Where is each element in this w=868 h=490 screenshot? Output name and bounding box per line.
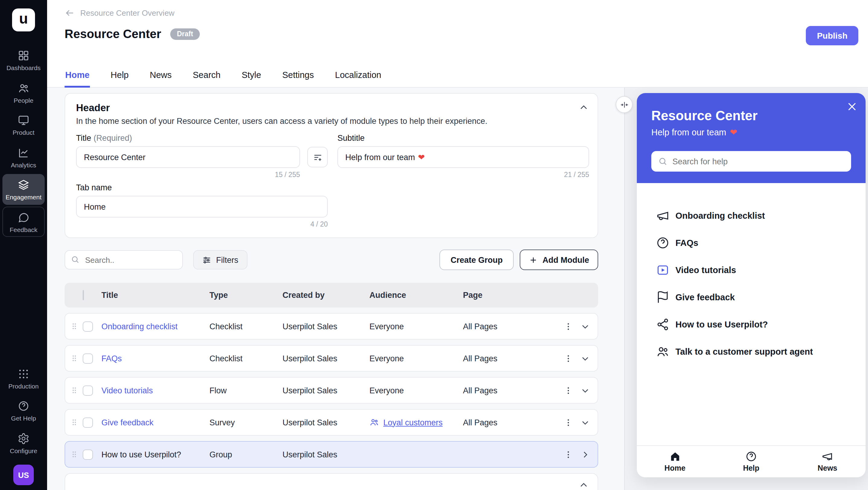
module-page: All Pages [463, 418, 561, 427]
chevron-up-icon[interactable] [579, 480, 589, 490]
drag-handle-icon[interactable] [70, 418, 79, 427]
title-input[interactable] [76, 146, 300, 168]
subtitle-value: Help from our team [345, 152, 415, 162]
chevron-right-icon[interactable] [581, 450, 590, 459]
sidebar-item-production[interactable]: Production [2, 363, 45, 393]
back-arrow-icon[interactable] [65, 8, 75, 18]
breadcrumb[interactable]: Resource Center Overview [65, 8, 175, 18]
sidebar-item-analytics[interactable]: Analytics [2, 142, 45, 172]
modules-search-input[interactable] [65, 250, 183, 269]
user-avatar[interactable]: US [13, 465, 34, 485]
tab-style[interactable]: Style [241, 70, 262, 88]
preview-search [651, 151, 851, 172]
chevron-down-icon[interactable] [581, 418, 590, 427]
row-menu-icon[interactable] [564, 418, 573, 427]
sidebar-item-label: Engagement [5, 194, 41, 200]
module-title-link[interactable]: Onboarding checklist [101, 322, 178, 331]
drag-handle-icon[interactable] [70, 386, 79, 395]
sidebar-item-people[interactable]: People [2, 77, 45, 108]
sidebar-item-label: Production [8, 383, 39, 389]
sidebar-item-label: Analytics [11, 162, 36, 168]
preview-item-video-tutorials[interactable]: Video tutorials [637, 256, 866, 283]
chevron-down-icon[interactable] [581, 386, 590, 395]
subtitle-input[interactable]: Help from our team ❤ [337, 146, 589, 168]
row-menu-icon[interactable] [564, 354, 573, 363]
sidebar-item-label: Dashboards [6, 65, 40, 71]
sidebar-item-feedback[interactable]: Feedback [2, 206, 45, 237]
configure-icon [18, 432, 30, 444]
preview-nav-news[interactable]: News [789, 446, 866, 477]
row-checkbox[interactable] [83, 385, 93, 396]
tab-search[interactable]: Search [192, 70, 221, 88]
preview-item-give-feedback[interactable]: Give feedback [637, 283, 866, 311]
row-menu-icon[interactable] [564, 386, 573, 395]
module-title-link[interactable]: FAQs [101, 354, 122, 363]
row-menu-icon[interactable] [564, 322, 573, 331]
userpilot-logo[interactable]: u [12, 8, 35, 31]
sidebar-item-configure[interactable]: Configure [2, 428, 45, 458]
table-row[interactable]: Onboarding checklist Checklist Userpilot… [65, 313, 598, 340]
publish-button[interactable]: Publish [806, 26, 858, 45]
drag-handle-icon[interactable] [70, 450, 79, 459]
modules-toolbar: Filters Create Group Add Module [65, 250, 598, 270]
tab-settings[interactable]: Settings [282, 70, 314, 88]
preview-nav-home[interactable]: Home [637, 446, 713, 477]
module-page: All Pages [463, 322, 561, 331]
preview-item-how-to-use-userpilot[interactable]: How to use Userpilot? [637, 311, 866, 338]
preview-search-input[interactable] [651, 151, 851, 172]
sidebar-item-engagement[interactable]: Engagement [2, 174, 45, 204]
tab-name-input[interactable] [76, 196, 328, 218]
add-module-button[interactable]: Add Module [520, 250, 598, 270]
search-icon [71, 255, 80, 264]
table-row[interactable]: Give feedback Survey Userpilot Sales Loy… [65, 409, 598, 436]
column-audience: Audience [369, 291, 463, 300]
select-all-checkbox[interactable] [83, 290, 84, 300]
module-created-by: Userpilot Sales [282, 322, 369, 331]
drag-handle-icon[interactable] [70, 354, 79, 363]
sidebar-item-get-help[interactable]: Get Help [2, 395, 45, 426]
card-description: In the home section of your Resource Cen… [76, 117, 587, 126]
chevron-down-icon[interactable] [581, 354, 590, 363]
module-type: Group [210, 450, 282, 459]
tab-news[interactable]: News [149, 70, 172, 88]
module-audience: Everyone [369, 354, 463, 363]
preview-header: Resource Center Help from our team ❤ [637, 93, 866, 183]
row-checkbox[interactable] [83, 353, 93, 364]
create-group-button[interactable]: Create Group [440, 250, 514, 270]
tab-localization[interactable]: Localization [334, 70, 382, 88]
list-plus-icon [312, 152, 322, 162]
page-title: Resource Center [65, 27, 161, 41]
audience-segment-link[interactable]: Loyal customers [369, 417, 463, 427]
group-title[interactable]: How to use Userpilot? [101, 450, 181, 459]
table-row[interactable]: How to use Userpilot? Group Userpilot Sa… [65, 441, 598, 468]
preview-item-label: Give feedback [676, 292, 735, 302]
sidebar-item-label: Feedback [10, 226, 37, 233]
preview-item-onboarding-checklist[interactable]: Onboarding checklist [637, 202, 866, 229]
row-checkbox[interactable] [83, 417, 93, 428]
table-row[interactable]: FAQs Checklist Userpilot Sales Everyone … [65, 345, 598, 372]
sidebar-item-label: Product [13, 129, 34, 136]
row-checkbox[interactable] [83, 449, 93, 460]
text-template-button[interactable] [307, 147, 328, 167]
module-created-by: Userpilot Sales [282, 386, 369, 395]
chevron-down-icon[interactable] [581, 322, 590, 331]
tab-home[interactable]: Home [65, 70, 90, 88]
table-row[interactable]: Video tutorials Flow Userpilot Sales Eve… [65, 377, 598, 404]
module-title-link[interactable]: Give feedback [101, 418, 154, 427]
sidebar-item-dashboards[interactable]: Dashboards [2, 45, 45, 75]
row-checkbox[interactable] [83, 321, 93, 332]
sidebar-item-product[interactable]: Product [2, 109, 45, 140]
row-menu-icon[interactable] [564, 450, 573, 459]
preview-item-talk-to-support[interactable]: Talk to a customer support agent [637, 338, 866, 365]
filters-button[interactable]: Filters [193, 250, 247, 269]
module-title-link[interactable]: Video tutorials [101, 386, 153, 395]
chevron-up-icon[interactable] [579, 103, 589, 112]
collapse-preview-button[interactable] [616, 96, 632, 113]
drag-handle-icon[interactable] [70, 322, 79, 330]
preview-nav-help[interactable]: Help [713, 446, 789, 477]
news-megaphone-icon [822, 451, 833, 462]
preview-item-faqs[interactable]: FAQs [637, 229, 866, 256]
home-icon [669, 451, 681, 462]
tab-help[interactable]: Help [110, 70, 129, 88]
close-icon[interactable] [846, 101, 858, 112]
